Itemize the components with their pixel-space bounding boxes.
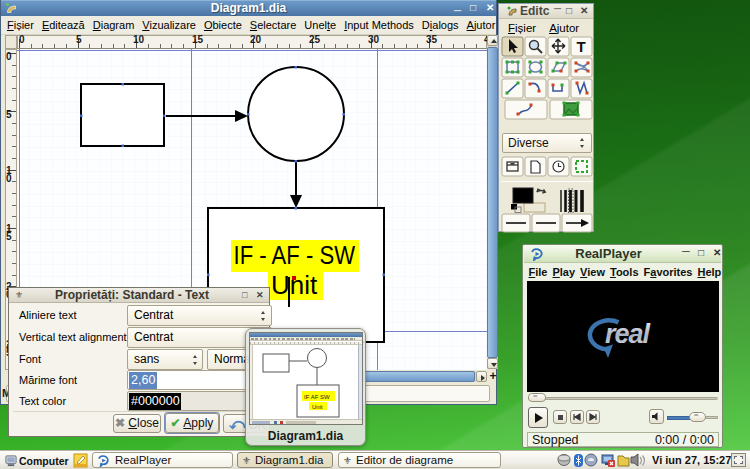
svg-text:IF AF SW: IF AF SW <box>304 394 330 400</box>
svg-text:real: real <box>605 319 651 349</box>
svg-text:Unit: Unit <box>312 404 323 410</box>
svg-text:T: T <box>576 38 585 55</box>
